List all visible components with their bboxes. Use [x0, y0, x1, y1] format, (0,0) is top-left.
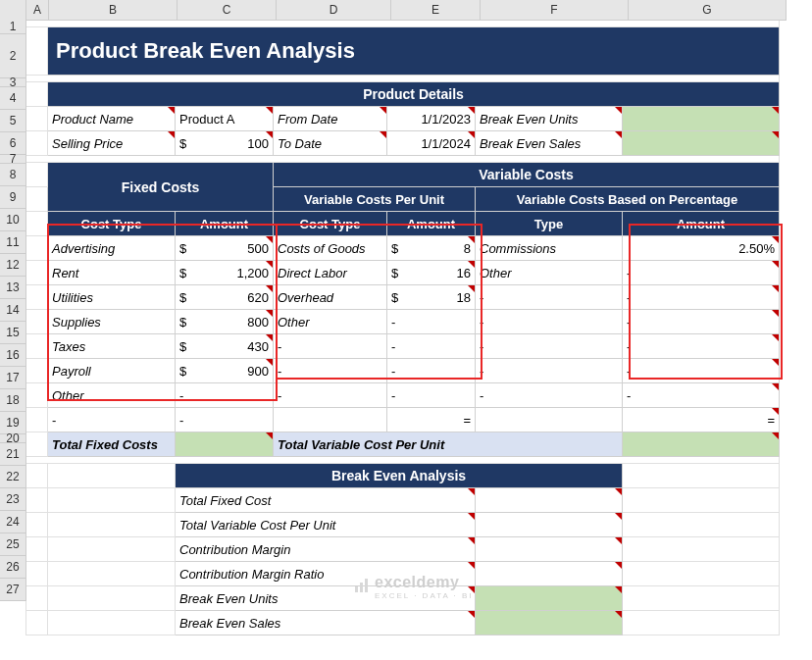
label-to-date[interactable]: To Date: [274, 131, 387, 156]
analysis-row-value[interactable]: [476, 488, 623, 513]
var-unit-type[interactable]: Direct Labor: [274, 261, 387, 285]
analysis-row-value[interactable]: [476, 611, 623, 635]
var-unit-amount[interactable]: -: [387, 383, 476, 408]
cell[interactable]: [623, 464, 780, 488]
analysis-row-label[interactable]: Contribution Margin Ratio: [176, 562, 476, 586]
value-from-date[interactable]: 1/1/2023: [387, 107, 476, 131]
col-amount[interactable]: Amount: [176, 212, 274, 236]
var-unit-type[interactable]: -: [274, 334, 387, 359]
cell[interactable]: [26, 537, 48, 562]
var-pct-type[interactable]: Commissions: [476, 236, 623, 261]
var-pct-type[interactable]: -: [476, 334, 623, 359]
var-pct-amount[interactable]: -: [623, 261, 780, 285]
var-unit-type[interactable]: Other: [274, 310, 387, 334]
col-amount[interactable]: Amount: [387, 212, 476, 236]
var-unit-type[interactable]: Costs of Goods: [274, 236, 387, 261]
var-pct-type[interactable]: Other: [476, 261, 623, 285]
var-pct-amount[interactable]: -: [623, 359, 780, 383]
label-break-even-units[interactable]: Break Even Units: [476, 107, 623, 131]
page-title[interactable]: Product Break Even Analysis: [48, 27, 780, 76]
cell[interactable]: [48, 611, 176, 635]
cell[interactable]: [26, 21, 780, 27]
label-break-even-sales[interactable]: Break Even Sales: [476, 131, 623, 156]
cell[interactable]: [623, 513, 780, 537]
col-B[interactable]: B: [49, 0, 178, 20]
cell[interactable]: [26, 457, 780, 464]
cell[interactable]: [48, 488, 176, 513]
var-pct-amount[interactable]: 2.50%: [623, 236, 780, 261]
fixed-amount[interactable]: $620: [176, 285, 274, 310]
row-11[interactable]: 11: [0, 231, 25, 254]
cell[interactable]: [26, 562, 48, 586]
total-var-value[interactable]: [623, 432, 780, 457]
fixed-amount[interactable]: $900: [176, 359, 274, 383]
fixed-type[interactable]: -: [48, 408, 176, 432]
label-from-date[interactable]: From Date: [274, 107, 387, 131]
cell[interactable]: [26, 163, 48, 187]
var-unit-type[interactable]: [274, 408, 387, 432]
cell[interactable]: [26, 464, 48, 488]
fixed-amount[interactable]: $500: [176, 236, 274, 261]
analysis-row-label[interactable]: Break Even Units: [176, 586, 476, 611]
row-25[interactable]: 25: [0, 533, 25, 556]
cell[interactable]: [623, 488, 780, 513]
row-22[interactable]: 22: [0, 466, 25, 488]
cell[interactable]: [48, 562, 176, 586]
var-pct-amount[interactable]: -: [623, 383, 780, 408]
value-to-date[interactable]: 1/1/2024: [387, 131, 476, 156]
var-unit-amount[interactable]: -: [387, 334, 476, 359]
cell[interactable]: [26, 334, 48, 359]
var-pct-type[interactable]: -: [476, 310, 623, 334]
cell[interactable]: [26, 408, 48, 432]
fixed-amount[interactable]: -: [176, 408, 274, 432]
fixed-amount[interactable]: $800: [176, 310, 274, 334]
var-unit-type[interactable]: Overhead: [274, 285, 387, 310]
cell[interactable]: [26, 488, 48, 513]
cell[interactable]: [48, 586, 176, 611]
variable-per-unit-header[interactable]: Variable Costs Per Unit: [274, 187, 476, 212]
analysis-row-value[interactable]: [476, 513, 623, 537]
row-5[interactable]: 5: [0, 110, 25, 132]
cell[interactable]: [623, 562, 780, 586]
col-A[interactable]: A: [26, 0, 49, 20]
cell[interactable]: [26, 285, 48, 310]
total-fixed-value[interactable]: [176, 432, 274, 457]
row-27[interactable]: 27: [0, 579, 25, 601]
row-13[interactable]: 13: [0, 277, 25, 299]
var-unit-amount[interactable]: -: [387, 310, 476, 334]
total-var-label[interactable]: Total Variable Cost Per Unit: [274, 432, 623, 457]
cell[interactable]: [26, 76, 780, 82]
var-unit-amount[interactable]: $8: [387, 236, 476, 261]
fixed-type[interactable]: Rent: [48, 261, 176, 285]
row-1[interactable]: 1: [0, 20, 25, 34]
cell[interactable]: [623, 611, 780, 635]
cell[interactable]: [26, 611, 48, 635]
var-unit-amount[interactable]: =: [387, 408, 476, 432]
cell[interactable]: [26, 107, 48, 131]
row-7[interactable]: 7: [0, 155, 25, 164]
row-16[interactable]: 16: [0, 344, 25, 367]
row-23[interactable]: 23: [0, 488, 25, 511]
col-cost-type[interactable]: Cost Type: [274, 212, 387, 236]
cell[interactable]: [26, 212, 48, 236]
cell[interactable]: [48, 537, 176, 562]
fixed-type[interactable]: Payroll: [48, 359, 176, 383]
row-26[interactable]: 26: [0, 556, 25, 579]
var-pct-type[interactable]: -: [476, 383, 623, 408]
cell[interactable]: [48, 464, 176, 488]
var-pct-amount[interactable]: =: [623, 408, 780, 432]
cell[interactable]: [623, 537, 780, 562]
col-amount[interactable]: Amount: [623, 212, 780, 236]
var-pct-type[interactable]: -: [476, 285, 623, 310]
cell[interactable]: [26, 359, 48, 383]
col-F[interactable]: F: [481, 0, 629, 20]
var-unit-amount[interactable]: $18: [387, 285, 476, 310]
cell[interactable]: [26, 187, 48, 212]
var-unit-type[interactable]: -: [274, 359, 387, 383]
value-product-name[interactable]: Product A: [176, 107, 274, 131]
col-E[interactable]: E: [391, 0, 481, 20]
cell[interactable]: [26, 513, 48, 537]
label-selling-price[interactable]: Selling Price: [48, 131, 176, 156]
value-selling-price[interactable]: $100: [176, 131, 274, 156]
cell[interactable]: [26, 261, 48, 285]
